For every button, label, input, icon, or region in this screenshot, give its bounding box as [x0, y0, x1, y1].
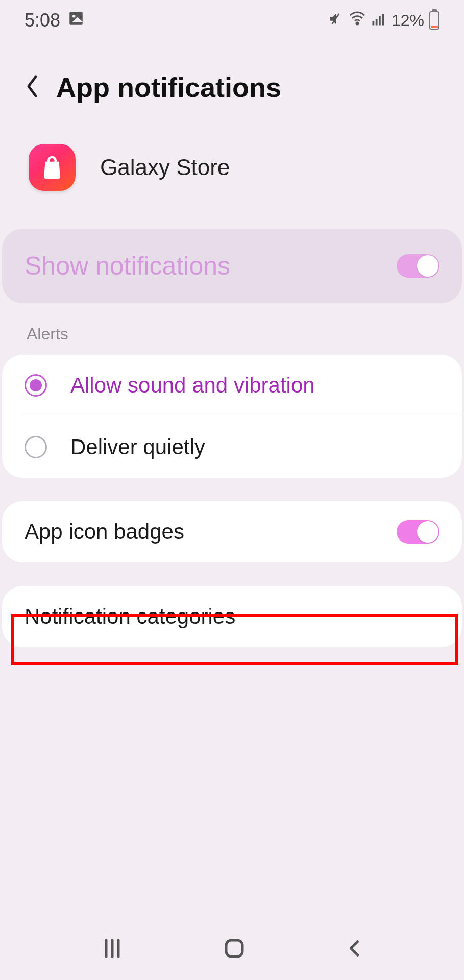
radio-icon — [25, 436, 47, 458]
app-name: Galaxy Store — [100, 155, 230, 180]
alerts-section-header: Alerts — [0, 303, 464, 355]
back-button[interactable] — [25, 74, 40, 101]
nav-recents-button[interactable] — [100, 936, 125, 963]
radio-label: Allow sound and vibration — [70, 373, 315, 398]
svg-rect-6 — [382, 14, 384, 26]
app-icon — [29, 144, 76, 191]
app-icon-badges-row[interactable]: App icon badges — [2, 501, 462, 562]
battery-percent: 12% — [392, 11, 424, 30]
nav-home-button[interactable] — [222, 936, 247, 963]
svg-point-1 — [72, 14, 76, 17]
nav-bar — [0, 919, 464, 980]
radio-label: Deliver quietly — [70, 435, 205, 459]
badges-toggle[interactable] — [397, 520, 439, 544]
picture-icon — [67, 10, 85, 32]
status-time: 5:08 — [25, 10, 60, 31]
status-bar: 5:08 12% — [0, 0, 464, 41]
radio-deliver-quietly[interactable]: Deliver quietly — [22, 416, 462, 478]
svg-rect-3 — [372, 21, 374, 26]
categories-card: Notification categories — [2, 586, 462, 647]
svg-rect-4 — [376, 19, 378, 26]
show-notifications-label: Show notifications — [25, 251, 230, 281]
page-header: App notifications — [0, 41, 464, 124]
svg-point-2 — [356, 22, 358, 24]
badges-card: App icon badges — [2, 501, 462, 562]
app-identity-row: Galaxy Store — [0, 124, 464, 216]
wifi-icon — [349, 10, 366, 32]
nav-back-button[interactable] — [344, 938, 364, 961]
battery-icon — [429, 11, 439, 30]
radio-icon — [25, 374, 47, 397]
shopping-bag-icon — [38, 154, 66, 181]
radio-allow-sound-vibration[interactable]: Allow sound and vibration — [2, 355, 462, 416]
svg-rect-5 — [379, 16, 381, 26]
notification-categories-row[interactable]: Notification categories — [2, 586, 462, 647]
signal-icon — [371, 10, 386, 31]
mute-vibrate-icon — [328, 10, 344, 31]
svg-rect-10 — [226, 940, 242, 957]
alerts-card: Allow sound and vibration Deliver quietl… — [2, 355, 462, 478]
page-title: App notifications — [56, 71, 281, 103]
badges-label: App icon badges — [25, 520, 184, 544]
show-notifications-toggle[interactable] — [397, 254, 439, 278]
categories-label: Notification categories — [25, 604, 235, 629]
show-notifications-row[interactable]: Show notifications — [2, 229, 462, 303]
